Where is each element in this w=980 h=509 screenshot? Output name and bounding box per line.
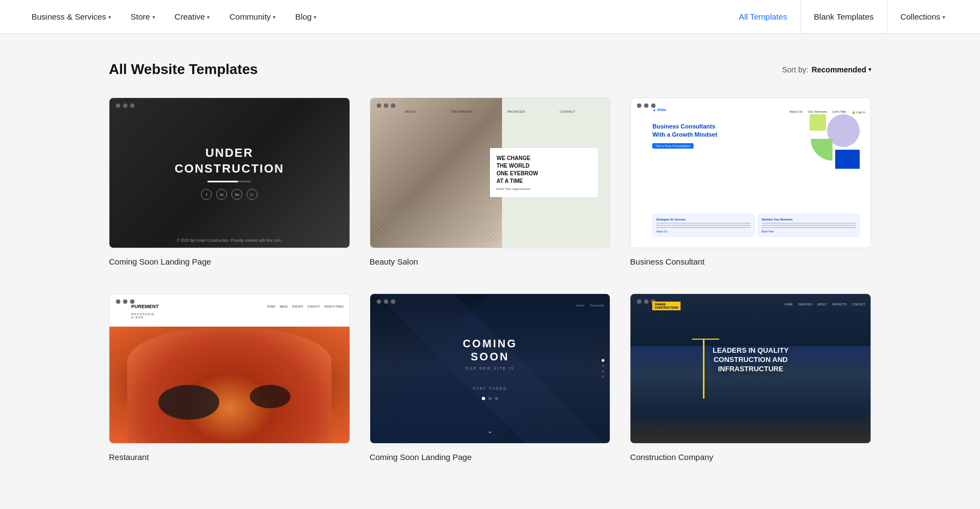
social-icon-1: f xyxy=(201,189,212,200)
template-card-construction-company[interactable]: SPHERECONSTRUCTIONS HOME SERVICES ABOUT … xyxy=(630,293,871,462)
beauty-nav-2: TREATMENTS xyxy=(451,110,473,113)
template-thumb-construction-company: SPHERECONSTRUCTIONS HOME SERVICES ABOUT … xyxy=(630,293,871,444)
line xyxy=(656,223,750,224)
rest-nav-3: EVENTS xyxy=(292,305,303,308)
nav-item-creative[interactable]: Creative ▾ xyxy=(165,0,220,34)
const-nav-projects: PROJECTS xyxy=(832,303,847,306)
const-nav-about: ABOUT xyxy=(817,303,826,306)
template-name-beauty-salon: Beauty Salon xyxy=(370,257,611,266)
templates-grid: UNDERCONSTRUCTION f in tw ▷ © 2023 By Un… xyxy=(109,97,871,462)
cs2-dot-3 xyxy=(495,397,498,400)
beauty-subtext: Book Your Appointment xyxy=(497,187,591,191)
template-thumb-business-consultant: ▲ Alias About Us Our Services Let's Talk… xyxy=(630,97,871,248)
cs2-dot-1 xyxy=(482,397,485,400)
nav-label-blank-templates: Blank Templates xyxy=(814,12,874,21)
nav-left: Business & Services ▾ Store ▾ Creative ▾… xyxy=(22,0,726,34)
dot-yellow xyxy=(644,299,648,304)
dot-red xyxy=(116,299,120,304)
thumb-preview-beauty-salon: ABOUT TREATMENTS PACKAGES CONTACT WE CHA… xyxy=(370,98,610,248)
nav-label-creative: Creative xyxy=(175,12,205,21)
template-card-business-consultant[interactable]: ▲ Alias About Us Our Services Let's Talk… xyxy=(630,97,871,266)
copyright-text: © 2023 By Under Construction. Proudly cr… xyxy=(177,238,282,242)
beauty-text-box: WE CHANGETHE WORLDONE EYEBROWAT A TIME B… xyxy=(490,148,598,197)
dot-yellow xyxy=(644,103,648,108)
template-card-coming-soon-1[interactable]: UNDERCONSTRUCTION f in tw ▷ © 2023 By Un… xyxy=(109,97,350,266)
nav-item-community[interactable]: Community ▾ xyxy=(219,0,285,34)
dot-red xyxy=(637,299,641,304)
shape-green-rect xyxy=(810,114,826,131)
template-thumb-beauty-salon: ABOUT TREATMENTS PACKAGES CONTACT WE CHA… xyxy=(370,97,611,248)
beauty-diagonal-pattern xyxy=(376,212,495,242)
browser-dots xyxy=(637,103,656,108)
sort-dropdown[interactable]: Recommended ▾ xyxy=(812,65,871,74)
nav-item-blog[interactable]: Blog ▾ xyxy=(285,0,326,34)
template-thumb-coming-soon-2: Home Subscribe COMINGSOON OUR NEW SITE I… xyxy=(370,293,611,444)
rest-nav-4: CONTACT xyxy=(307,305,320,308)
nav-label-business-services: Business & Services xyxy=(32,12,106,21)
dot-red xyxy=(637,103,641,108)
restaurant-logo: PUREMENT xyxy=(131,304,159,309)
shape-arc xyxy=(811,139,832,161)
biz-nav-4: 🔒 Log In xyxy=(852,110,865,114)
right-side-dots xyxy=(602,359,604,378)
beauty-nav-1: ABOUT xyxy=(405,110,416,113)
dot-yellow xyxy=(384,299,388,304)
right-dot-3 xyxy=(602,370,604,372)
chevron-down-icon: ▾ xyxy=(108,14,111,20)
browser-dots xyxy=(116,299,134,304)
biz-card-2: Optimize Your Business Book Now xyxy=(758,214,860,237)
line xyxy=(762,225,856,226)
template-name-coming-soon-2: Coming Soon Landing Page xyxy=(370,452,611,462)
social-icon-4: ▷ xyxy=(247,189,258,200)
nav-item-store[interactable]: Store ▾ xyxy=(121,0,165,34)
food-dark-1 xyxy=(158,385,219,420)
page-header: All Website Templates Sort by: Recommend… xyxy=(109,61,871,78)
nav-label-community: Community xyxy=(229,12,271,21)
construction-hero-text: LEADERS IN QUALITYCONSTRUCTION ANDINFRAS… xyxy=(630,346,871,374)
biz-cards-row: Strategies for Success About Us Optimize… xyxy=(652,214,860,237)
rest-nav-2: MENU xyxy=(280,305,288,308)
const-nav-services: SERVICES xyxy=(798,303,812,306)
biz-nav: About Us Our Services Let's Talk 🔒 Log I… xyxy=(652,110,865,114)
nav-blank-templates[interactable]: Blank Templates xyxy=(800,0,887,34)
rest-nav-1: HOME xyxy=(267,305,275,308)
cs2-pagination-dots xyxy=(482,397,498,400)
biz-shapes xyxy=(794,114,860,169)
dot-red xyxy=(377,103,381,108)
cs2-sub-text: OUR NEW SITE IS xyxy=(465,366,514,370)
chevron-down-icon: ▾ xyxy=(868,66,871,72)
food-image xyxy=(109,327,350,443)
dot-yellow xyxy=(123,299,127,304)
nav-collections[interactable]: Collections ▾ xyxy=(887,0,958,34)
template-card-coming-soon-2[interactable]: Home Subscribe COMINGSOON OUR NEW SITE I… xyxy=(370,293,611,462)
progress-fill xyxy=(207,181,238,182)
template-thumb-coming-soon-1: UNDERCONSTRUCTION f in tw ▷ © 2023 By Un… xyxy=(109,97,350,248)
construction-logo: SPHERECONSTRUCTIONS xyxy=(652,302,681,310)
cs2-main-text: COMINGSOON xyxy=(463,337,517,363)
construction-nav: HOME SERVICES ABOUT PROJECTS CONTACT xyxy=(785,303,865,306)
construction-headline: LEADERS IN QUALITYCONSTRUCTION ANDINFRAS… xyxy=(630,346,871,374)
social-icon-2: in xyxy=(216,189,227,200)
biz-cta: Get a Free Consultation xyxy=(652,143,694,149)
nav-all-templates[interactable]: All Templates xyxy=(726,0,800,34)
sort-value-label: Recommended xyxy=(812,65,866,74)
template-thumb-restaurant: PUREMENT BRASSERIE& BAR HOME MENU EVENTS… xyxy=(109,293,350,444)
biz-card-btn-1: About Us xyxy=(656,230,750,233)
biz-nav-2: Our Services xyxy=(808,110,827,114)
biz-nav-1: About Us xyxy=(789,110,803,114)
dot-green xyxy=(130,299,134,304)
line xyxy=(762,223,856,224)
line xyxy=(656,225,750,226)
line xyxy=(656,227,750,228)
social-row: f in tw ▷ xyxy=(201,189,258,200)
beauty-nav-4: CONTACT xyxy=(560,110,575,113)
restaurant-tagline: BRASSERIE& BAR xyxy=(131,312,155,319)
restaurant-nav: HOME MENU EVENTS CONTACT BOOK A TABLE xyxy=(267,305,344,308)
nav-item-business-services[interactable]: Business & Services ▾ xyxy=(22,0,121,34)
template-name-restaurant: Restaurant xyxy=(109,452,350,462)
biz-card-lines-2 xyxy=(762,223,856,228)
nav-right: All Templates Blank Templates Collection… xyxy=(726,0,958,34)
template-card-restaurant[interactable]: PUREMENT BRASSERIE& BAR HOME MENU EVENTS… xyxy=(109,293,350,462)
template-card-beauty-salon[interactable]: ABOUT TREATMENTS PACKAGES CONTACT WE CHA… xyxy=(370,97,611,266)
biz-card-title-1: Strategies for Success xyxy=(656,218,750,221)
